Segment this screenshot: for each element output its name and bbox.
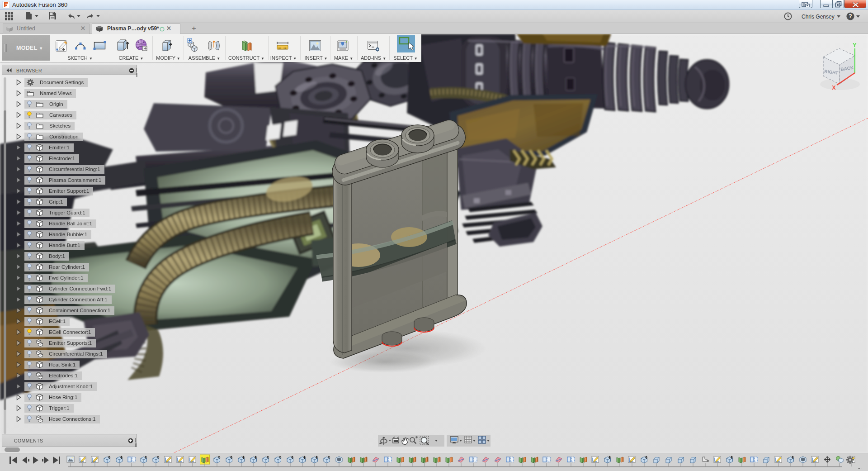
svg-text:...: ... <box>858 464 862 470</box>
